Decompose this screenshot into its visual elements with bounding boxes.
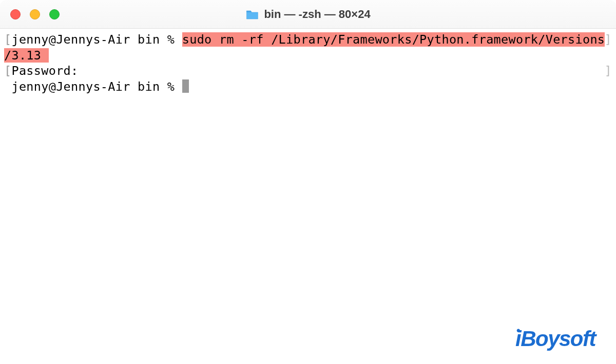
- traffic-lights: [0, 9, 60, 19]
- window-title: bin — -zsh — 80×24: [264, 8, 370, 21]
- folder-icon: [245, 9, 259, 20]
- maximize-button[interactable]: [49, 9, 60, 19]
- minimize-button[interactable]: [30, 9, 40, 19]
- prompt-2: jenny@Jennys-Air bin %: [11, 79, 182, 94]
- password-prompt: Password:: [11, 64, 78, 78]
- close-button[interactable]: [10, 9, 21, 19]
- command-highlight-2: /3.13: [4, 48, 49, 63]
- watermark-logo: • iBoysoft: [515, 327, 595, 351]
- titlebar[interactable]: bin — -zsh — 80×24: [0, 0, 616, 29]
- command-highlight-1: sudo rm -rf /Library/Frameworks/Python.f…: [182, 32, 605, 47]
- watermark-dot-icon: •: [516, 324, 519, 337]
- terminal-line-1: [jenny@Jennys-Air bin % sudo rm -rf /Lib…: [4, 32, 612, 48]
- terminal-line-3: jenny@Jennys-Air bin %: [4, 79, 612, 95]
- cursor-icon: [182, 79, 189, 93]
- prompt-1: jenny@Jennys-Air bin %: [11, 32, 182, 47]
- terminal-line-1b: /3.13: [4, 48, 612, 64]
- title-container: bin — -zsh — 80×24: [245, 8, 370, 21]
- terminal-content[interactable]: [jenny@Jennys-Air bin % sudo rm -rf /Lib…: [0, 29, 616, 97]
- terminal-window: bin — -zsh — 80×24 [jenny@Jennys-Air bin…: [0, 0, 616, 364]
- terminal-line-2: [Password:]: [4, 63, 612, 79]
- watermark-text: iBoysoft: [515, 327, 595, 351]
